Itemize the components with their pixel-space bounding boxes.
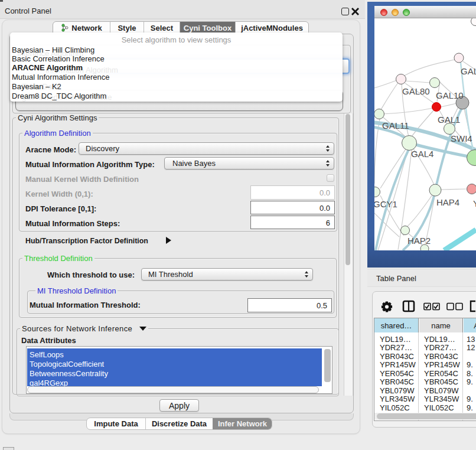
svg-text:SWI4: SWI4 (451, 133, 472, 144)
svg-text:Y: Y (473, 198, 476, 208)
svg-text:GAL: GAL (461, 66, 476, 76)
svg-text:GAL4: GAL4 (411, 149, 433, 159)
svg-text:GAL10: GAL10 (436, 90, 464, 100)
svg-text:GAL80: GAL80 (402, 86, 430, 96)
svg-text:GAL11: GAL11 (382, 120, 409, 131)
svg-text:HAP4: HAP4 (436, 197, 459, 207)
svg-text:HAP2: HAP2 (407, 236, 431, 246)
svg-text:GCY1: GCY1 (374, 199, 397, 209)
svg-text:GAL1: GAL1 (438, 115, 460, 125)
